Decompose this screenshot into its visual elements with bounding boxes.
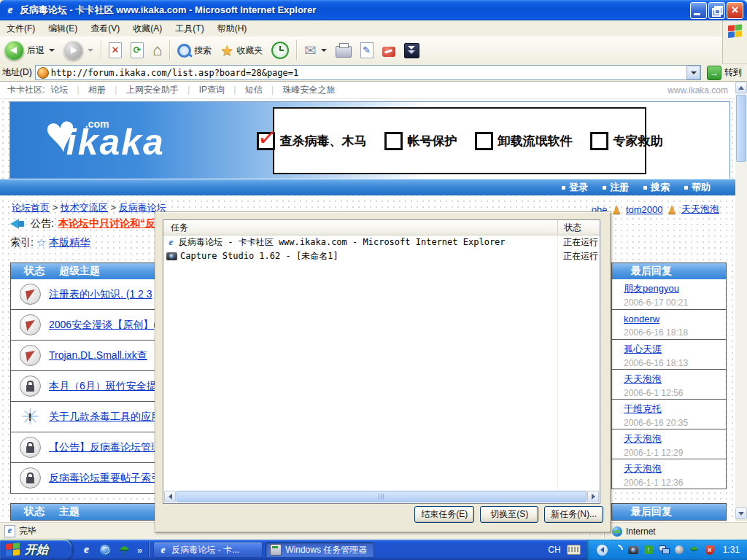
- site-nav-link-sms[interactable]: 短信: [245, 84, 263, 96]
- tray-camera-icon[interactable]: [628, 545, 638, 555]
- scroll-down-button[interactable]: [735, 508, 747, 519]
- tray-signal-icon[interactable]: [613, 545, 623, 555]
- back-dropdown-icon[interactable]: [49, 49, 55, 52]
- edit-button[interactable]: [356, 40, 378, 61]
- keyboard-icon[interactable]: [567, 545, 581, 555]
- back-button[interactable]: 后退: [0, 39, 59, 63]
- user-link[interactable]: konderw: [624, 314, 659, 324]
- print-button[interactable]: [331, 41, 356, 60]
- new-task-button[interactable]: 新任务(N)...: [544, 506, 603, 523]
- tray-messenger-icon[interactable]: [674, 545, 684, 555]
- switch-to-button[interactable]: 切换至(S): [480, 506, 538, 523]
- board-digest-link[interactable]: 本版精华: [49, 236, 90, 249]
- menu-help[interactable]: 帮助(H): [211, 21, 254, 36]
- site-nav-link-forum[interactable]: 论坛: [50, 84, 68, 96]
- topic-link[interactable]: 本月（6月）斑竹安全提: [49, 380, 157, 393]
- quick-launch-umbrella-icon[interactable]: ☂: [118, 544, 131, 556]
- topic-link[interactable]: 2006安全漫谈【原创】(: [49, 319, 157, 332]
- taskbar-item-browser[interactable]: e 反病毒论坛 - 卡...: [153, 542, 263, 558]
- checkbox-unchecked[interactable]: [384, 132, 403, 150]
- assistant-button[interactable]: [378, 42, 400, 59]
- checkbox-unchecked[interactable]: [475, 132, 493, 150]
- quick-launch-shield-icon[interactable]: [99, 544, 112, 556]
- tray-collapse-chevron[interactable]: [597, 545, 608, 556]
- menu-edit[interactable]: 编辑(E): [42, 21, 84, 36]
- stop-button[interactable]: ✕: [104, 40, 126, 61]
- help-link[interactable]: 帮助: [684, 181, 711, 194]
- user-link[interactable]: 天天泡泡: [624, 433, 662, 444]
- topic-link[interactable]: 注册表的小知识. (1 2 3: [49, 288, 152, 301]
- address-input[interactable]: [51, 67, 684, 78]
- site-nav-link-ip[interactable]: IP查询: [199, 84, 225, 96]
- favorites-button[interactable]: ★ 收藏夹: [216, 42, 267, 59]
- user-link[interactable]: 朋友pengyou: [624, 283, 679, 294]
- checkbox-checked[interactable]: ✓: [257, 132, 275, 150]
- announcement-link[interactable]: 本论坛中只讨论和“反: [58, 217, 155, 230]
- mail-button[interactable]: ✉: [300, 42, 331, 59]
- topic-link[interactable]: Trojan.DL.Small.ixk查: [49, 349, 147, 362]
- search-button[interactable]: 搜索: [173, 42, 216, 60]
- address-field[interactable]: [35, 65, 701, 80]
- user-link[interactable]: 孤心天涯: [624, 343, 662, 354]
- status-column-header[interactable]: 状态: [557, 220, 600, 235]
- user-link[interactable]: 天天泡泡: [624, 373, 662, 384]
- feature-option-account[interactable]: 帐号保护: [384, 132, 457, 150]
- task-manager-dialog[interactable]: 任务 状态 e 反病毒论坛 - 卡卡社区 www.ikaka.com - Mic…: [155, 211, 611, 533]
- breadcrumb-home[interactable]: 论坛首页: [12, 202, 50, 213]
- task-row[interactable]: e 反病毒论坛 - 卡卡社区 www.ikaka.com - Microsoft…: [163, 236, 600, 249]
- end-task-button[interactable]: 结束任务(E): [414, 506, 474, 523]
- tray-antivirus-umbrella-icon[interactable]: ☂: [689, 545, 700, 555]
- menu-tools[interactable]: 工具(T): [169, 21, 210, 36]
- ikaka-logo[interactable]: ♥ .comikaka: [45, 108, 165, 163]
- ie-titlebar[interactable]: e 反病毒论坛 - 卡卡社区 www.ikaka.com - Microsoft…: [0, 0, 747, 20]
- forward-button[interactable]: [59, 39, 98, 63]
- moderator-link[interactable]: tom2000: [626, 204, 663, 215]
- moderator-link[interactable]: 天天泡泡: [681, 203, 719, 216]
- site-nav-link-assistant[interactable]: 上网安全助手: [126, 84, 179, 96]
- topic-link[interactable]: 反病毒论坛重要帖子索引: [49, 472, 161, 485]
- feature-option-scan[interactable]: ✓ 查杀病毒、木马: [257, 132, 367, 150]
- scroll-right-button[interactable]: [587, 491, 599, 502]
- task-column-header[interactable]: 任务: [163, 222, 557, 234]
- menu-view[interactable]: 查看(V): [84, 21, 126, 36]
- menu-file[interactable]: 文件(F): [0, 21, 42, 36]
- taskbar-item-task-manager[interactable]: Windows 任务管理器: [265, 542, 374, 558]
- tray-update-icon[interactable]: ↑: [643, 545, 654, 555]
- address-dropdown-button[interactable]: [686, 66, 700, 79]
- register-link[interactable]: 注册: [603, 181, 629, 194]
- restore-button[interactable]: [708, 2, 725, 19]
- taskbar-clock[interactable]: 1:31: [720, 545, 740, 555]
- page-scrollbar[interactable]: [735, 82, 747, 519]
- checkbox-unchecked[interactable]: [590, 132, 608, 150]
- mail-dropdown-icon[interactable]: [321, 49, 327, 52]
- feature-option-expert[interactable]: 专家救助: [590, 132, 663, 150]
- user-link[interactable]: 于维克托: [624, 403, 662, 414]
- scroll-thumb[interactable]: [177, 491, 587, 502]
- site-nav-link-tour[interactable]: 珠峰安全之旅: [283, 84, 336, 96]
- search-link[interactable]: 搜索: [643, 181, 670, 194]
- scroll-thumb[interactable]: [736, 95, 746, 162]
- topic-link[interactable]: 【公告】反病毒论坛管理: [49, 441, 161, 454]
- login-link[interactable]: 登录: [562, 181, 588, 194]
- menu-favorites[interactable]: 收藏(A): [126, 21, 169, 36]
- task-row[interactable]: Capture Studio 1.62 - [未命名1] 正在运行: [163, 249, 600, 263]
- start-button[interactable]: 开始: [0, 540, 71, 560]
- minimize-button[interactable]: [690, 2, 707, 19]
- home-button[interactable]: ⌂: [148, 41, 166, 60]
- quick-launch-overflow-chevron[interactable]: »: [137, 545, 142, 556]
- tray-security-alert-icon[interactable]: ×: [705, 545, 715, 555]
- feature-option-uninstall[interactable]: 卸载流氓软件: [475, 132, 573, 150]
- tray-network-icon[interactable]: [659, 545, 669, 555]
- site-nav-link-album[interactable]: 相册: [88, 84, 106, 96]
- download-manager-button[interactable]: [400, 41, 424, 61]
- task-list[interactable]: 任务 状态 e 反病毒论坛 - 卡卡社区 www.ikaka.com - Mic…: [163, 219, 600, 504]
- horizontal-scrollbar[interactable]: [164, 491, 599, 502]
- refresh-button[interactable]: ⟳: [126, 40, 148, 61]
- history-button[interactable]: [267, 39, 293, 61]
- scroll-up-button[interactable]: [735, 82, 747, 93]
- breadcrumb-section[interactable]: 技术交流区: [61, 202, 108, 213]
- language-indicator[interactable]: CH: [548, 545, 560, 555]
- scroll-left-button[interactable]: [164, 491, 176, 502]
- topic-link[interactable]: 关于几款杀毒工具的应用: [49, 411, 161, 424]
- quick-launch-ie-icon[interactable]: e: [80, 544, 93, 556]
